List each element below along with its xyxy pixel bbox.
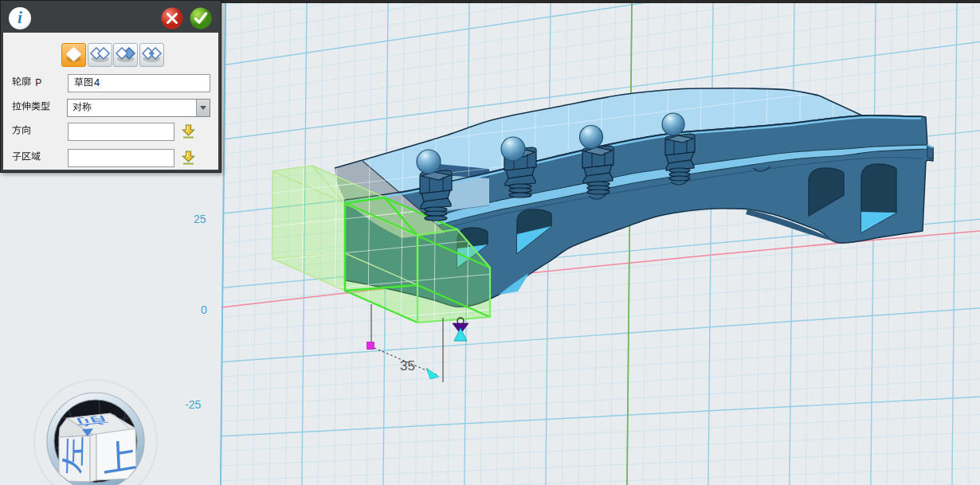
svg-text:-25: -25 bbox=[185, 398, 201, 411]
svg-text:0: 0 bbox=[201, 303, 207, 316]
svg-text:25: 25 bbox=[194, 213, 206, 225]
svg-text:35: 35 bbox=[400, 358, 415, 374]
